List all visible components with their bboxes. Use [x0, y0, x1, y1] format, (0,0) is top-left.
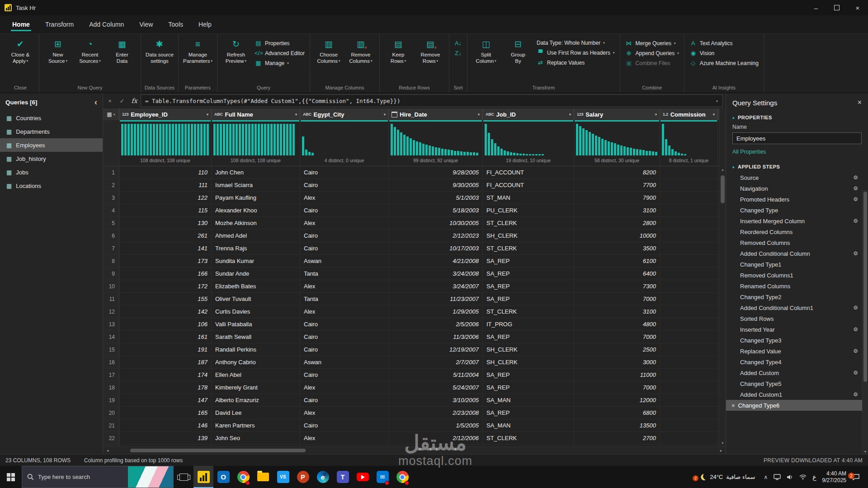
row-number[interactable]: 8 — [103, 255, 119, 267]
sort-asc-icon-button[interactable]: A↓ — [453, 39, 464, 47]
manage-parameters-button[interactable]: ≡ManageParameters ▾ — [182, 36, 214, 83]
cell[interactable]: John Chen — [212, 166, 300, 178]
cell[interactable]: Alex — [300, 432, 389, 444]
applied-steps-section-header[interactable]: ▴ APPLIED STEPS — [726, 160, 868, 172]
cell[interactable]: ST_CLERK — [483, 305, 574, 318]
cell[interactable]: Alexander Khoo — [212, 204, 300, 216]
row-number[interactable]: 6 — [103, 230, 119, 242]
keep-rows-button[interactable]: ▤KeepRows ▾ — [383, 36, 414, 83]
cell[interactable]: Payam Kaufling — [212, 192, 300, 204]
column-header-hire-date[interactable]: Hire_Date▾ — [389, 108, 483, 120]
cell[interactable] — [660, 419, 718, 432]
cell[interactable]: ST_MAN — [483, 192, 574, 204]
cell[interactable]: Cairo — [300, 369, 389, 381]
merge-queries-button[interactable]: ⋈Merge Queries▾ — [623, 39, 681, 47]
vscroll-thumb[interactable] — [721, 175, 725, 203]
monitor-icon[interactable] — [774, 474, 781, 480]
taskbar-app-youtube[interactable] — [353, 466, 373, 488]
cell[interactable]: 155 — [119, 293, 212, 305]
cell[interactable] — [660, 204, 718, 216]
row-number[interactable]: 19 — [103, 394, 119, 406]
cell[interactable] — [660, 318, 718, 330]
row-number[interactable]: 10 — [103, 280, 119, 292]
taskbar-app-chrome[interactable] — [233, 466, 253, 488]
cell[interactable]: 142 — [119, 305, 212, 318]
cell[interactable]: 4/21/2008 — [389, 255, 483, 267]
cell[interactable]: Alex — [300, 305, 389, 318]
query-item-departments[interactable]: ▦Departments — [0, 125, 103, 138]
cell[interactable]: Trenna Rajs — [212, 242, 300, 254]
cell[interactable]: SA_REP — [483, 331, 574, 343]
cell[interactable]: Tanta — [300, 267, 389, 280]
cell[interactable]: 7000 — [574, 293, 660, 305]
cell[interactable]: Alberto Errazuriz — [212, 394, 300, 406]
weather-widget[interactable]: 2 24°C سماء صافية — [694, 473, 758, 481]
column-header-commission[interactable]: 1.2Commission▾ — [660, 108, 718, 120]
enter-data-button[interactable]: ▦EnterData — [107, 36, 137, 83]
cell[interactable]: 139 — [119, 432, 212, 444]
speaker-icon[interactable] — [787, 474, 793, 480]
cell[interactable]: Aswan — [300, 255, 389, 267]
vision-button[interactable]: ◉Vision — [688, 49, 760, 57]
collapse-queries-icon[interactable]: ‹ — [94, 98, 97, 107]
row-number[interactable]: 20 — [103, 407, 119, 419]
filter-caret-icon[interactable]: ▾ — [384, 113, 386, 117]
cell[interactable]: PU_CLERK — [483, 204, 574, 216]
cell[interactable]: SA_REP — [483, 255, 574, 267]
cell[interactable]: 11/3/2006 — [389, 331, 483, 343]
gear-icon[interactable]: ⚙ — [853, 174, 862, 181]
cell[interactable]: 9/28/2005 — [389, 166, 483, 178]
cell[interactable]: 3100 — [574, 305, 660, 318]
tab-tools[interactable]: Tools — [160, 15, 191, 33]
cell[interactable]: 7000 — [574, 381, 660, 394]
cell[interactable]: Curtis Davies — [212, 305, 300, 318]
replace-values-button[interactable]: ⇄Replace Values — [535, 58, 617, 67]
cell[interactable] — [660, 343, 718, 356]
cell[interactable] — [660, 166, 718, 178]
cell[interactable]: 10/30/2005 — [389, 217, 483, 229]
cell[interactable]: 3/24/2008 — [389, 267, 483, 280]
cell[interactable]: Anthony Cabrio — [212, 356, 300, 368]
cell[interactable]: 161 — [119, 331, 212, 343]
applied-step-navigation[interactable]: Navigation⚙ — [726, 183, 862, 194]
applied-step-added-custom[interactable]: Added Custom⚙ — [726, 367, 862, 378]
cell[interactable]: Cairo — [300, 242, 389, 254]
applied-step-changed-type[interactable]: Changed Type — [726, 205, 862, 216]
remove-columns-button[interactable]: ▥×RemoveColumns ▾ — [345, 36, 376, 83]
cell[interactable]: Karen Partners — [212, 419, 300, 432]
row-number[interactable]: 3 — [103, 192, 119, 204]
new-source-button[interactable]: ⊞NewSource ▾ — [42, 36, 73, 83]
tab-view[interactable]: View — [132, 15, 160, 33]
maximize-button[interactable] — [826, 0, 847, 15]
cell[interactable]: 6100 — [574, 255, 660, 267]
cell[interactable]: 4800 — [574, 318, 660, 330]
cell[interactable]: 2/7/2007 — [389, 356, 483, 368]
query-item-jobs[interactable]: ▦Jobs — [0, 165, 103, 179]
cell[interactable] — [660, 305, 718, 318]
row-number[interactable]: 2 — [103, 179, 119, 191]
properties-section-header[interactable]: ▴ PROPERTIES — [726, 111, 868, 123]
cell[interactable]: SA_REP — [483, 369, 574, 381]
cell[interactable]: 12000 — [574, 394, 660, 406]
cell[interactable]: 11000 — [574, 369, 660, 381]
row-number[interactable]: 16 — [103, 356, 119, 368]
cell[interactable]: Randall Perkins — [212, 343, 300, 356]
cell[interactable]: Alex — [300, 217, 389, 229]
cell[interactable]: 191 — [119, 343, 212, 356]
row-number[interactable]: 13 — [103, 318, 119, 330]
cell[interactable]: Cairo — [300, 331, 389, 343]
cell[interactable]: SH_CLERK — [483, 343, 574, 356]
tab-transform[interactable]: Transform — [38, 15, 81, 33]
cell[interactable] — [660, 407, 718, 419]
applied-step-source[interactable]: Source⚙ — [726, 172, 862, 183]
scroll-up-icon[interactable]: ▲ — [720, 168, 726, 171]
applied-step-inserted-merged-column[interactable]: Inserted Merged Column⚙ — [726, 216, 862, 226]
select-all-button[interactable]: ▦▾ — [103, 108, 119, 120]
query-item-job-history[interactable]: ▦Job_history — [0, 152, 103, 165]
applied-step-removed-columns1[interactable]: Removed Columns1 — [726, 270, 862, 281]
cell[interactable] — [660, 331, 718, 343]
cell[interactable]: 110 — [119, 166, 212, 178]
cell[interactable]: Valli Pataballa — [212, 318, 300, 330]
cell[interactable]: Mozhe Atkinson — [212, 217, 300, 229]
cell[interactable]: IT_PROG — [483, 318, 574, 330]
